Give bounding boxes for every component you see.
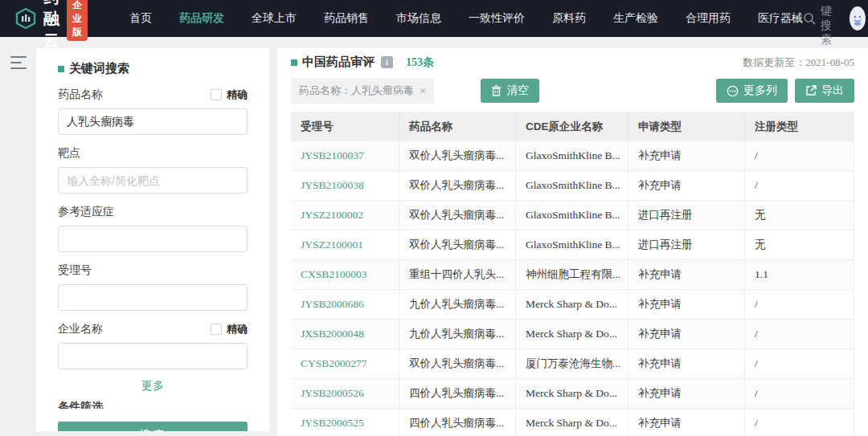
table-row: JXSB2000048九价人乳头瘤病毒...Merck Sharp & Do..…	[291, 320, 854, 349]
table-cell: /	[745, 320, 854, 348]
table-cell: GlaxoSmithKline B...	[516, 171, 628, 200]
acceptance-number-link[interactable]: JYSB2100037	[291, 141, 399, 170]
table-cell: 重组十四价人乳头...	[399, 260, 516, 289]
table-cell: 四价人乳头瘤病毒...	[399, 409, 516, 436]
table-row: JYSZ2100002双价人乳头瘤病毒...GlaxoSmithKline B.…	[291, 201, 854, 230]
drug-name-input[interactable]	[58, 108, 248, 135]
acceptance-number-link[interactable]: JXSB2000048	[291, 320, 399, 348]
user-avatar[interactable]	[850, 6, 866, 31]
table-cell: 无	[745, 201, 854, 230]
column-header: 受理号	[291, 112, 399, 141]
condition-filter-heading: 条件筛选	[58, 400, 248, 409]
target-input[interactable]	[58, 167, 248, 194]
table-cell: GlaxoSmithKline B...	[516, 141, 628, 170]
table-row: JYSB2000525四价人乳头瘤病毒...Merck Sharp & Do..…	[291, 409, 854, 436]
table-cell: 厦门万泰沧海生物...	[516, 349, 628, 378]
table-row: JYSB2000526四价人乳头瘤病毒...Merck Sharp & Do..…	[291, 379, 854, 409]
table-cell: 九价人乳头瘤病毒...	[399, 320, 516, 348]
edition-badge: 企业版	[67, 0, 88, 41]
table-cell: Merck Sharp & Do...	[516, 290, 628, 319]
acceptance-number-link[interactable]: JYSB2000686	[291, 290, 399, 319]
table-cell: 双价人乳头瘤病毒...	[399, 171, 516, 200]
search-button[interactable]: 搜索	[58, 422, 248, 431]
table-cell: GlaxoSmithKline B...	[516, 201, 628, 230]
nav-item-8[interactable]: 合理用药	[686, 11, 731, 26]
indication-input[interactable]	[58, 226, 248, 252]
table-row: CXSB2100003重组十四价人乳头...神州细胞工程有限...补充申请1.1	[291, 260, 854, 290]
table-cell: 双价人乳头瘤病毒...	[399, 349, 516, 378]
global-search[interactable]: 一键搜索	[803, 0, 832, 47]
table-cell: /	[745, 409, 854, 436]
target-label: 靶点	[58, 146, 80, 161]
search-icon	[803, 12, 816, 25]
collapse-sidebar-icon[interactable]	[10, 56, 27, 69]
table-cell: Merck Sharp & Do...	[516, 409, 628, 436]
sidebar-title: 关键词搜索	[58, 61, 248, 76]
checkbox-icon[interactable]	[211, 89, 222, 100]
nav-item-3[interactable]: 药品销售	[324, 11, 369, 26]
more-columns-button[interactable]: 更多列	[716, 79, 788, 103]
table-cell: 补充申请	[628, 409, 745, 436]
nav-item-6[interactable]: 原料药	[552, 11, 586, 26]
nav-item-1[interactable]: 药品研发	[179, 11, 224, 26]
trash-icon	[491, 85, 502, 96]
table-row: JYSB2100038双价人乳头瘤病毒...GlaxoSmithKline B.…	[291, 171, 854, 201]
table-cell: 补充申请	[628, 141, 745, 170]
results-title: 中国药品审评	[291, 55, 375, 70]
acceptance-number-link[interactable]: JYSB2000526	[291, 379, 399, 408]
table-cell: /	[745, 141, 854, 170]
table-row: CYSB2000277双价人乳头瘤病毒...厦门万泰沧海生物...补充申请/	[291, 349, 854, 379]
acceptance-number-link[interactable]: JYSZ2100001	[291, 230, 399, 259]
table-cell: 进口再注册	[628, 230, 745, 259]
nav-item-4[interactable]: 市场信息	[396, 11, 441, 26]
export-button[interactable]: 导出	[795, 79, 854, 103]
remove-filter-icon[interactable]: ×	[420, 85, 426, 96]
column-header: 药品名称	[399, 112, 516, 141]
acceptance-number-link[interactable]: JYSB2100038	[291, 171, 399, 200]
table-header-row: 受理号药品名称CDE原企业名称申请类型注册类型	[291, 112, 854, 141]
company-label: 企业名称	[58, 322, 103, 336]
nav-menu: 首页药品研发全球上市药品销售市场信息一致性评价原料药生产检验合理用药医疗器械	[129, 11, 803, 26]
brand-logo-icon	[14, 7, 37, 30]
clear-filters-button[interactable]: 清空	[481, 79, 539, 103]
brand-name: 药融云	[43, 0, 60, 51]
result-count: 153条	[406, 55, 434, 70]
nav-item-0[interactable]: 首页	[129, 11, 152, 26]
acceptance-number-link[interactable]: CYSB2000277	[291, 349, 399, 378]
drug-name-label: 药品名称	[58, 88, 103, 102]
table-cell: 双价人乳头瘤病毒...	[399, 141, 516, 170]
table-cell: 补充申请	[628, 349, 745, 378]
nav-item-9[interactable]: 医疗器械	[758, 11, 803, 26]
table-cell: 无	[745, 230, 854, 259]
results-panel: 中国药品审评 i 153条 数据更新至：2021-08-05 药品名称：人乳头瘤…	[277, 48, 868, 436]
nav-item-2[interactable]: 全球上市	[252, 11, 297, 26]
acceptance-no-input[interactable]	[58, 284, 248, 311]
table-cell: 四价人乳头瘤病毒...	[399, 379, 516, 408]
acceptance-number-link[interactable]: JYSB2000525	[291, 409, 399, 436]
table-cell: /	[745, 290, 854, 319]
brand[interactable]: 药融云 企业版	[14, 0, 88, 51]
checkbox-icon[interactable]	[211, 324, 222, 335]
more-filters-link[interactable]: 更多	[58, 379, 248, 393]
table-cell: Merck Sharp & Do...	[516, 379, 628, 408]
table-cell: GlaxoSmithKline B...	[516, 230, 628, 259]
table-cell: /	[745, 379, 854, 408]
column-header: CDE原企业名称	[516, 112, 628, 141]
table-cell: 双价人乳头瘤病毒...	[399, 230, 516, 259]
more-columns-icon	[727, 85, 739, 97]
export-icon	[805, 85, 817, 96]
nav-item-7[interactable]: 生产检验	[613, 11, 658, 26]
search-label: 一键搜索	[821, 0, 832, 47]
company-exact-checkbox[interactable]: 精确	[211, 322, 248, 336]
info-icon[interactable]: i	[381, 56, 393, 68]
table-row: JYSB2000686九价人乳头瘤病毒...Merck Sharp & Do..…	[291, 290, 854, 320]
acceptance-number-link[interactable]: CXSB2100003	[291, 260, 399, 289]
company-input[interactable]	[58, 343, 248, 369]
table-cell: 补充申请	[628, 171, 745, 200]
acceptance-no-label: 受理号	[58, 263, 92, 278]
drug-name-exact-checkbox[interactable]: 精确	[211, 88, 248, 102]
table-cell: 1.1	[745, 260, 854, 289]
acceptance-number-link[interactable]: JYSZ2100002	[291, 201, 399, 230]
nav-item-5[interactable]: 一致性评价	[469, 11, 525, 26]
data-updated: 数据更新至：2021-08-05	[743, 55, 854, 70]
